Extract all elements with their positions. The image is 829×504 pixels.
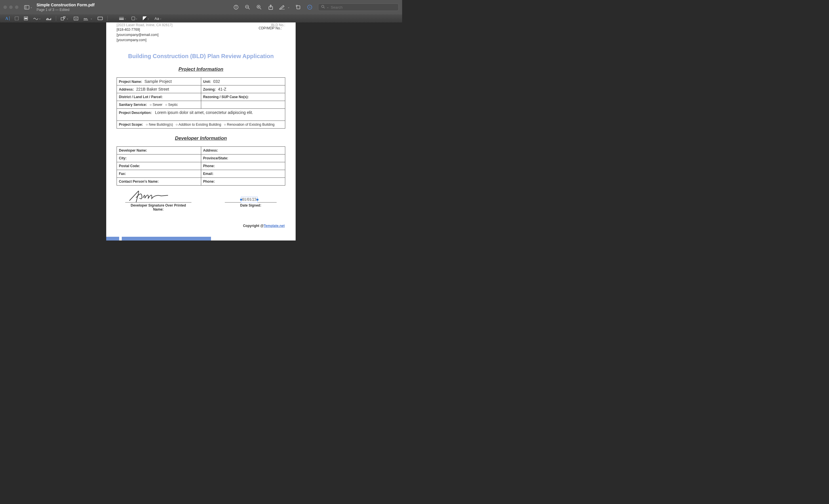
unit-value[interactable]: 032	[213, 79, 220, 84]
desc-label: Project Description:	[119, 111, 152, 115]
company-email: [yourcompany@email.com]	[116, 32, 285, 37]
signature-label: Developer Signature Over Printed Name:	[125, 203, 191, 211]
footer-band-2	[122, 237, 211, 240]
svg-rect-0	[25, 5, 29, 9]
svg-line-6	[248, 8, 250, 9]
company-web: [yourcompany.com]	[116, 37, 285, 43]
project-info-header: Project Information	[116, 67, 285, 72]
svg-text:A: A	[309, 6, 311, 9]
line-style-tool[interactable]: ⌄	[119, 17, 127, 20]
date-value: 01/01/23	[242, 197, 256, 202]
sewer-option[interactable]: Sewer	[152, 103, 163, 107]
shapes-tool[interactable]: ⌄	[61, 16, 69, 21]
dev-phone2-label: Phone:	[203, 180, 215, 184]
minimize-window-btn[interactable]	[9, 5, 13, 9]
fill-sketch-tool[interactable]	[46, 17, 51, 20]
sign-tool[interactable]: ⌄	[83, 16, 93, 21]
signature-image	[128, 189, 174, 203]
document-title: Simple Construction Form.pdf	[37, 3, 95, 7]
scope-renovation[interactable]: Renovation of Existing Building	[227, 122, 274, 126]
desc-value[interactable]: Lorem ipsum dolor sit amet, consectetur …	[155, 110, 253, 115]
template-link[interactable]: Template.net	[264, 224, 285, 228]
svg-rect-22	[61, 17, 64, 20]
fill-color-tool[interactable]: ⌄	[143, 16, 149, 21]
district-label: District / Land Lot / Parcel:	[119, 95, 163, 99]
dev-city-label: City:	[119, 156, 127, 160]
date-signed-field[interactable]: 01/01/23	[241, 197, 258, 202]
titlebar: ⌄ Simple Construction Form.pdf Page 1 of…	[0, 0, 402, 14]
markup-icon[interactable]	[279, 4, 285, 10]
scope-new-building[interactable]: New Building(s)	[149, 122, 173, 126]
dev-email-label: Email:	[203, 172, 214, 176]
company-address: [2023 Laser Road, Irvine, CA 92617]	[116, 23, 172, 27]
dev-postal-label: Postal Code:	[119, 164, 140, 168]
svg-rect-21	[25, 18, 27, 19]
document-viewport[interactable]: [2023 Laser Road, Irvine, CA 92617] BLD …	[0, 23, 402, 244]
septic-option[interactable]: Septic	[168, 103, 178, 107]
footer-band-1	[106, 237, 119, 240]
rezoning-label: Rezoning / SUP Case No(s):	[203, 95, 249, 99]
address-value[interactable]: 221B Baker Street	[136, 87, 169, 91]
font-tool[interactable]: Aa ⌄	[154, 16, 162, 21]
project-name-label: Project Name:	[119, 80, 142, 84]
svg-point-4	[236, 6, 236, 6]
svg-point-17	[322, 5, 324, 7]
dev-addr-label: Address:	[203, 148, 218, 152]
dev-fax-label: Fax:	[119, 172, 126, 176]
rect-tool[interactable]	[98, 17, 103, 20]
markup-dropdown[interactable]: ⌄	[288, 6, 290, 9]
search-icon	[321, 5, 325, 9]
dev-prov-label: Province/State:	[203, 156, 228, 160]
copyright-text: Copyright @Template.net	[243, 224, 285, 228]
sidebar-toggle[interactable]: ⌄	[23, 4, 34, 11]
redact-tool[interactable]	[24, 16, 28, 21]
scope-label: Project Scope:	[119, 122, 143, 126]
zoning-value[interactable]: 41-Z	[218, 87, 226, 91]
sketch-tool[interactable]: ⌄	[33, 17, 41, 20]
border-color-tool[interactable]: ⌄	[132, 17, 138, 20]
developer-info-header: Developer Information	[116, 135, 285, 141]
selection-tool[interactable]	[15, 16, 19, 21]
text-box-tool[interactable]: A	[74, 17, 78, 21]
search-input[interactable]	[331, 5, 396, 9]
address-label: Address:	[119, 87, 134, 91]
pdf-page[interactable]: [2023 Laser Road, Irvine, CA 92617] BLD …	[106, 23, 296, 240]
svg-rect-27	[98, 17, 103, 20]
zoom-in-icon[interactable]	[256, 4, 262, 10]
close-window-btn[interactable]	[3, 5, 7, 9]
svg-text:A: A	[75, 17, 77, 20]
text-tool[interactable]: A	[5, 16, 9, 21]
svg-rect-14	[297, 6, 300, 9]
dev-phone-label: Phone:	[203, 164, 215, 168]
developer-info-table: Developer Name:Address: City:Province/St…	[116, 146, 285, 186]
unit-label: Unit:	[203, 80, 211, 84]
window-controls	[3, 5, 19, 9]
search-dropdown-chevron[interactable]: ⌄	[327, 6, 329, 9]
svg-line-9	[260, 8, 261, 9]
project-info-table: Project Name:Sample Project Unit:032 Add…	[116, 77, 285, 128]
fullscreen-window-btn[interactable]	[15, 5, 19, 9]
share-icon[interactable]	[267, 4, 274, 10]
sanitary-label: Sanitary Service:	[119, 103, 147, 107]
cdp-label: CDP/MDP No.:	[259, 26, 282, 30]
zoning-label: Zoning:	[203, 87, 216, 91]
markup-toolbar: A ⌄ ⌄ A ⌄ ⌄ ⌄ ⌄ Aa ⌄	[0, 14, 402, 23]
svg-line-18	[324, 7, 324, 8]
svg-rect-19	[15, 17, 19, 20]
date-signed-label: Date Signed:	[225, 203, 277, 207]
search-box[interactable]: ⌄	[318, 3, 399, 11]
info-icon[interactable]	[233, 4, 239, 10]
rotate-icon[interactable]	[295, 4, 301, 10]
document-title-group: Simple Construction Form.pdf Page 1 of 3…	[37, 3, 95, 12]
project-name-value[interactable]: Sample Project	[144, 79, 172, 84]
zoom-out-icon[interactable]	[244, 4, 251, 10]
document-main-title: Building Construction (BLD) Plan Review …	[116, 53, 285, 60]
dev-name-label: Developer Name:	[119, 148, 147, 152]
dev-contact-label: Contact Person's Name:	[119, 180, 158, 184]
document-subtitle: Page 1 of 3 — Edited	[37, 8, 95, 12]
highlight-circle-icon[interactable]: A	[307, 4, 313, 10]
scope-addition[interactable]: Addition to Existing Building	[178, 122, 221, 126]
